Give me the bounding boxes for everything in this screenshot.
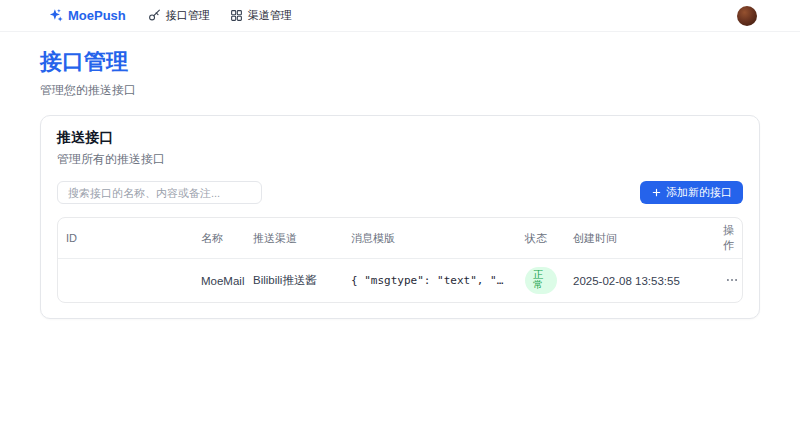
col-header-name: 名称 [193, 218, 245, 259]
table-row: MoeMail Bilibili推送酱 { "msgtype": "text",… [58, 259, 742, 303]
main-content: 接口管理 管理您的推送接口 推送接口 管理所有的推送接口 添加新的接口 [0, 32, 800, 319]
nav-menu: 接口管理 渠道管理 [148, 8, 292, 23]
card-subtitle: 管理所有的推送接口 [57, 151, 743, 168]
table-header-row: ID 名称 推送渠道 消息模版 状态 创建时间 操作 [58, 218, 742, 259]
endpoints-card: 推送接口 管理所有的推送接口 添加新的接口 [40, 115, 760, 319]
cell-id [58, 259, 193, 303]
top-nav: MoePush 接口管理 渠道管理 [0, 0, 800, 32]
nav-item-label: 接口管理 [166, 8, 210, 23]
page-title: 接口管理 [40, 47, 760, 77]
endpoints-table: ID 名称 推送渠道 消息模版 状态 创建时间 操作 MoeMail Bilib… [57, 217, 743, 303]
row-actions-button[interactable] [723, 273, 741, 287]
cell-status: 正常 [517, 259, 565, 303]
cell-template: { "msgtype": "text", "… [343, 259, 517, 303]
page-subtitle: 管理您的推送接口 [40, 82, 760, 99]
user-avatar[interactable] [737, 6, 757, 26]
grid-icon [230, 9, 243, 22]
col-header-created: 创建时间 [565, 218, 715, 259]
cell-created: 2025-02-08 13:53:55 [565, 259, 715, 303]
cell-channel: Bilibili推送酱 [245, 259, 343, 303]
col-header-actions: 操作 [715, 218, 742, 259]
nav-item-channels[interactable]: 渠道管理 [230, 8, 292, 23]
key-icon [148, 9, 161, 22]
add-endpoint-label: 添加新的接口 [666, 185, 732, 200]
col-header-channel: 推送渠道 [245, 218, 343, 259]
add-endpoint-button[interactable]: 添加新的接口 [640, 181, 743, 204]
search-input[interactable] [57, 181, 262, 204]
more-horizontal-icon [725, 275, 739, 290]
card-controls: 添加新的接口 [57, 181, 743, 204]
col-header-id: ID [58, 218, 193, 259]
sparkles-icon [48, 8, 63, 23]
plus-icon [651, 187, 662, 198]
card-title: 推送接口 [57, 129, 743, 147]
nav-item-endpoints[interactable]: 接口管理 [148, 8, 210, 23]
status-badge: 正常 [525, 267, 557, 294]
cell-name: MoeMail [193, 259, 245, 303]
nav-item-label: 渠道管理 [248, 8, 292, 23]
cell-actions [715, 259, 742, 303]
brand-name: MoePush [68, 8, 126, 23]
col-header-template: 消息模版 [343, 218, 517, 259]
brand-link[interactable]: MoePush [48, 8, 126, 23]
col-header-status: 状态 [517, 218, 565, 259]
